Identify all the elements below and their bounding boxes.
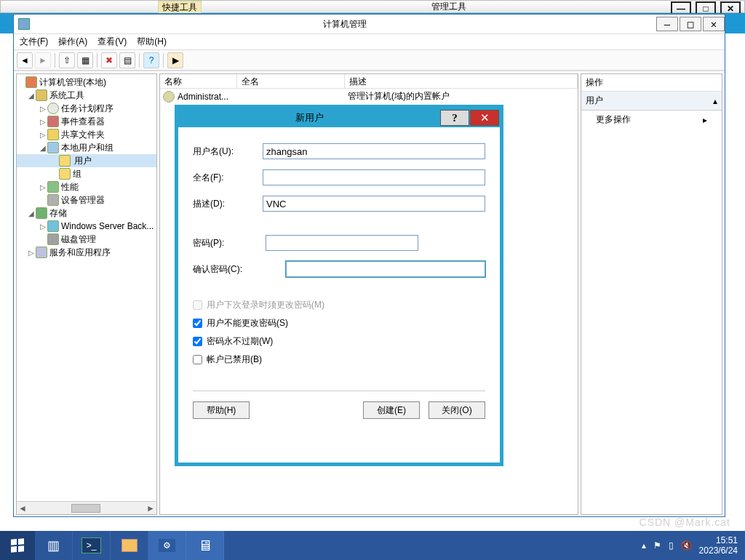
tree-shared-folders[interactable]: ▷共享文件夹 bbox=[17, 128, 156, 141]
window-title: 计算机管理 bbox=[34, 18, 655, 31]
label-desc: 描述(D): bbox=[193, 198, 263, 210]
fullname-input[interactable] bbox=[263, 169, 485, 185]
col-fullname[interactable]: 全名 bbox=[237, 74, 345, 88]
menu-view[interactable]: 查看(V) bbox=[97, 36, 127, 48]
confirm-password-input[interactable] bbox=[286, 261, 485, 277]
minimize-button[interactable]: — bbox=[656, 17, 678, 31]
col-desc[interactable]: 描述 bbox=[345, 74, 578, 88]
desc-input[interactable] bbox=[263, 196, 485, 212]
actions-pane: 操作 用户 ▴ 更多操作 ▸ bbox=[581, 73, 722, 515]
cell-desc: 管理计算机(域)的内置帐户 bbox=[348, 90, 450, 103]
close-button[interactable]: ✕ bbox=[703, 17, 725, 31]
new-user-dialog: 新用户 ? ✕ 用户名(U): 全名(F): 描述(D): 密码(P): 确认密… bbox=[175, 105, 503, 466]
action-pane-toggle[interactable]: ▶ bbox=[167, 52, 183, 68]
tree-root[interactable]: 计算机管理(本地) bbox=[17, 76, 156, 89]
col-name[interactable]: 名称 bbox=[160, 74, 237, 88]
cell-name: Administrat... bbox=[178, 92, 240, 102]
watermark: CSDN @Mark.cat bbox=[640, 516, 730, 528]
actions-header: 操作 bbox=[581, 74, 722, 92]
refresh-button[interactable]: ? bbox=[143, 52, 159, 68]
menu-action[interactable]: 操作(A) bbox=[58, 36, 87, 48]
show-hide-tree-button[interactable]: ▦ bbox=[77, 52, 93, 68]
tray-flag-icon[interactable]: ⚑ bbox=[653, 540, 661, 551]
windows-logo-icon bbox=[11, 538, 24, 552]
cannot-change-checkbox[interactable] bbox=[193, 319, 202, 328]
tree-wsb[interactable]: ▷Windows Server Back... bbox=[17, 220, 156, 233]
dialog-close-button[interactable]: ✕ bbox=[470, 110, 499, 126]
check-cannot-change[interactable]: 用户不能更改密码(S) bbox=[193, 317, 485, 329]
user-icon bbox=[163, 91, 175, 103]
tray-up-icon[interactable]: ▴ bbox=[642, 540, 646, 551]
label-fullname: 全名(F): bbox=[193, 172, 263, 184]
list-row[interactable]: Administrat... 管理计算机(域)的内置帐户 bbox=[160, 89, 578, 104]
toolbar: ◄ ► ⇧ ▦ ✖ ▤ ? ▶ bbox=[14, 50, 725, 71]
check-disabled[interactable]: 帐户已禁用(B) bbox=[193, 353, 485, 366]
never-expire-checkbox[interactable] bbox=[193, 337, 202, 346]
menu-bar: 文件(F) 操作(A) 查看(V) 帮助(H) bbox=[14, 34, 725, 50]
taskbar-clock[interactable]: 15:51 2023/6/24 bbox=[699, 535, 738, 556]
tray-network-icon[interactable]: ▯ bbox=[669, 540, 674, 551]
system-tray[interactable]: ▴ ⚑ ▯ 🔇 15:51 2023/6/24 bbox=[634, 535, 745, 556]
tree-services-apps[interactable]: ▷服务和应用程序 bbox=[17, 246, 156, 259]
label-username: 用户名(U): bbox=[193, 145, 263, 158]
maximize-button[interactable]: □ bbox=[680, 17, 701, 31]
tree-scrollbar[interactable]: ◄► bbox=[17, 501, 156, 514]
tree-task-scheduler[interactable]: ▷任务计划程序 bbox=[17, 102, 156, 115]
up-button[interactable]: ⇧ bbox=[59, 52, 75, 68]
tree-groups[interactable]: 组 bbox=[17, 167, 156, 180]
task-computer-mgmt[interactable]: 🖥 bbox=[186, 531, 224, 560]
label-confirm: 确认密码(C): bbox=[193, 263, 286, 276]
app-icon bbox=[18, 18, 30, 30]
task-powershell[interactable]: >_ bbox=[73, 531, 111, 560]
disabled-checkbox[interactable] bbox=[193, 355, 202, 364]
tree-disk-mgmt[interactable]: 磁盘管理 bbox=[17, 233, 156, 246]
tree-system-tools[interactable]: ◢系统工具 bbox=[17, 89, 156, 102]
action-more[interactable]: 更多操作 ▸ bbox=[581, 111, 722, 129]
dialog-title: 新用户 bbox=[178, 111, 440, 124]
list-header[interactable]: 名称 全名 描述 bbox=[160, 74, 578, 89]
tree-device-manager[interactable]: 设备管理器 bbox=[17, 193, 156, 207]
task-server-manager[interactable]: ▥ bbox=[35, 531, 73, 560]
menu-help[interactable]: 帮助(H) bbox=[137, 36, 167, 48]
actions-section-users[interactable]: 用户 ▴ bbox=[581, 92, 722, 111]
properties-button[interactable]: ▤ bbox=[119, 52, 135, 68]
start-button[interactable] bbox=[0, 531, 35, 560]
label-password: 密码(P): bbox=[193, 237, 266, 249]
bg-mgmttool-tab: 管理工具 bbox=[427, 1, 471, 13]
task-control-panel[interactable]: ⚙ bbox=[148, 531, 186, 560]
dialog-titlebar[interactable]: 新用户 ? ✕ bbox=[178, 108, 500, 127]
collapse-icon: ▴ bbox=[713, 96, 717, 106]
task-explorer[interactable] bbox=[111, 531, 148, 560]
dialog-help-button[interactable]: ? bbox=[440, 110, 469, 126]
close-button[interactable]: 关闭(O) bbox=[429, 401, 485, 419]
tray-sound-icon[interactable]: 🔇 bbox=[681, 540, 692, 551]
tree-performance[interactable]: ▷性能 bbox=[17, 180, 156, 193]
titlebar[interactable]: 计算机管理 — □ ✕ bbox=[14, 15, 725, 34]
tree-users[interactable]: 用户 bbox=[17, 154, 156, 167]
back-button[interactable]: ◄ bbox=[17, 52, 33, 68]
check-never-expire[interactable]: 密码永不过期(W) bbox=[193, 335, 485, 348]
must-change-checkbox bbox=[193, 300, 202, 310]
tree-event-viewer[interactable]: ▷事件查看器 bbox=[17, 115, 156, 128]
chevron-right-icon: ▸ bbox=[703, 115, 707, 125]
forward-button[interactable]: ► bbox=[35, 52, 51, 68]
tree-storage[interactable]: ◢存储 bbox=[17, 207, 156, 220]
menu-file[interactable]: 文件(F) bbox=[20, 36, 48, 48]
delete-button[interactable]: ✖ bbox=[101, 52, 117, 68]
tree-local-users-groups[interactable]: ◢本地用户和组 bbox=[17, 141, 156, 154]
help-button[interactable]: 帮助(H) bbox=[193, 401, 250, 419]
password-input[interactable] bbox=[266, 235, 418, 251]
create-button[interactable]: 创建(E) bbox=[363, 401, 420, 419]
tree-pane[interactable]: 计算机管理(本地) ◢系统工具 ▷任务计划程序 ▷事件查看器 ▷共享文件夹 ◢本… bbox=[16, 73, 157, 515]
username-input[interactable] bbox=[263, 143, 485, 159]
taskbar[interactable]: ▥ >_ ⚙ 🖥 ▴ ⚑ ▯ 🔇 15:51 2023/6/24 bbox=[0, 531, 745, 560]
check-must-change: 用户下次登录时须更改密码(M) bbox=[193, 299, 485, 311]
